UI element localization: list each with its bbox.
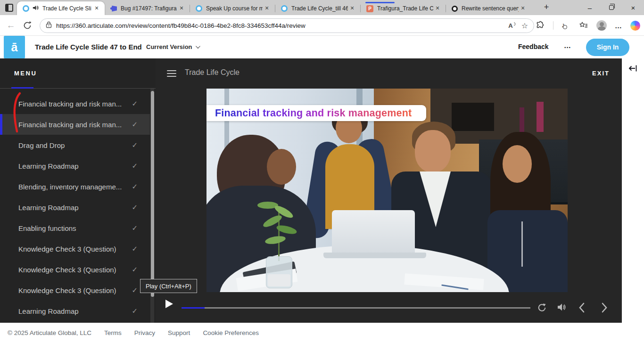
header-more-icon[interactable]: … xyxy=(564,41,571,49)
menu-item[interactable]: Learning Roadmap✓ xyxy=(0,197,150,218)
back-button[interactable]: ← xyxy=(5,19,17,32)
url-text[interactable]: https://360.articulate.com/review/conten… xyxy=(56,22,508,29)
collections-icon[interactable] xyxy=(579,21,588,30)
favorite-star-icon[interactable]: ☆ xyxy=(521,21,528,30)
footer-link-support[interactable]: Support xyxy=(168,329,190,336)
tab-activity-icon[interactable] xyxy=(5,4,13,12)
player-title: Trade Life Cycle xyxy=(185,68,239,77)
tab-trade-life-cycle[interactable]: Trade Life Cycle Sli × xyxy=(17,1,105,15)
tab-trade-life-cycle-till-46[interactable]: Trade Life Cycle_till 46 × xyxy=(275,2,360,15)
seek-bar[interactable] xyxy=(182,307,530,309)
menu-heading: MENU xyxy=(14,70,37,77)
completed-check-icon: ✓ xyxy=(132,265,138,274)
tab-audio-playing-icon[interactable] xyxy=(33,4,39,13)
tab-label: Trade Life Cycle Sli xyxy=(42,5,92,12)
toolbar-right-icons: ♪ … xyxy=(536,19,640,32)
play-tooltip: Play (Ctrl+Alt+P) xyxy=(140,279,197,293)
browser-titlebar: Trade Life Cycle Sli × Bug #17497: Trafi… xyxy=(0,0,644,15)
settings-more-icon[interactable]: … xyxy=(615,22,622,30)
profile-avatar[interactable] xyxy=(596,20,607,31)
next-slide-button[interactable] xyxy=(601,302,611,313)
previous-slide-button[interactable] xyxy=(578,302,588,313)
articulate-logo[interactable]: ā xyxy=(4,36,25,58)
tab-close-icon[interactable]: × xyxy=(263,4,271,13)
seek-bar-progress xyxy=(182,307,205,309)
footer-link-cookie-preferences[interactable]: Cookie Preferences xyxy=(203,329,259,336)
expand-panel-icon[interactable] xyxy=(627,63,638,75)
copilot-icon[interactable] xyxy=(630,21,640,31)
lock-icon[interactable] xyxy=(46,21,52,30)
tab-trafigura-ppt[interactable]: P Trafigura_Trade Life Cy × xyxy=(361,2,446,15)
footer-link-privacy[interactable]: Privacy xyxy=(134,329,155,336)
completed-check-icon: ✓ xyxy=(132,162,138,170)
address-bar[interactable]: https://360.articulate.com/review/conten… xyxy=(40,18,534,33)
slide-image[interactable]: Financial tracking and risk management xyxy=(206,89,568,292)
review360-favicon xyxy=(281,5,288,12)
tab-close-icon[interactable]: × xyxy=(519,4,527,13)
photo-person1-face xyxy=(267,149,296,185)
menu-item[interactable]: Enabling functions✓ xyxy=(0,218,150,238)
minimize-button[interactable]: – xyxy=(579,0,601,15)
tab-label: Bug #17497: Trafigura | xyxy=(121,5,177,12)
sign-in-button[interactable]: Sign In xyxy=(586,39,629,56)
volume-button[interactable] xyxy=(556,302,567,313)
menu-item[interactable]: Learning Roadmap✓ xyxy=(0,155,150,176)
menu-item[interactable]: Knowledge Check 3 (Question)✓ xyxy=(0,259,150,280)
play-button[interactable] xyxy=(165,300,173,308)
photo-laptop-base xyxy=(323,253,426,258)
photo-person3-face xyxy=(415,130,451,172)
extensions-icon[interactable] xyxy=(536,21,545,30)
menu-item[interactable]: Learning Roadmap✓ xyxy=(0,301,150,321)
menu-item-label: Financial tracking and risk man... xyxy=(18,100,128,108)
tab-speak-up-course[interactable]: Speak Up course for m × xyxy=(190,2,275,15)
tab-bug-17497[interactable]: Bug #17497: Trafigura | × xyxy=(105,2,190,15)
menu-item-label: Enabling functions xyxy=(18,224,128,232)
completed-check-icon: ✓ xyxy=(132,99,138,108)
player-stage: Trade Life Cycle EXIT xyxy=(156,58,622,323)
menu-item[interactable]: Drag and Drop✓ xyxy=(0,135,150,155)
close-button[interactable]: × xyxy=(622,0,644,15)
menu-item-label: Learning Roadmap xyxy=(18,204,128,212)
page-footer: © 2025 Articulate Global, LLC Terms Priv… xyxy=(0,323,644,343)
restore-button[interactable] xyxy=(601,0,622,15)
tab-rewrite-sentence[interactable]: Rewrite sentence query × xyxy=(446,2,531,15)
photo-person4-lanyard xyxy=(521,221,523,267)
course-title: Trade Life Cycle Slide 47 to End xyxy=(35,43,142,51)
completed-check-icon: ✓ xyxy=(132,307,138,315)
menu-item-label: Learning Roadmap xyxy=(18,307,128,315)
photo-plant xyxy=(257,202,305,263)
restore-icon xyxy=(609,5,614,10)
tab-close-icon[interactable]: × xyxy=(348,4,356,13)
refresh-button[interactable] xyxy=(22,20,33,31)
tab-close-icon[interactable]: × xyxy=(433,4,442,13)
menu-item-label: Knowledge Check 3 (Question) xyxy=(18,266,128,274)
completed-check-icon: ✓ xyxy=(132,120,138,129)
tab-close-icon[interactable]: × xyxy=(177,4,186,13)
menu-item[interactable]: Knowledge Check 3 (Question)✓ xyxy=(0,280,150,301)
menu-item-label: Blending, inventory manageme... xyxy=(18,183,128,191)
exit-button[interactable]: EXIT xyxy=(592,70,610,77)
annotation-red-stroke xyxy=(12,91,25,135)
tab-loading-indicator xyxy=(365,2,395,3)
menu-item[interactable]: Knowledge Check 3 (Question)✓ xyxy=(0,238,150,259)
tab-strip: Trade Life Cycle Sli × Bug #17497: Trafi… xyxy=(17,0,531,15)
review360-favicon xyxy=(196,5,202,12)
version-dropdown[interactable]: Current Version xyxy=(146,43,199,50)
media-playing-icon[interactable]: ♪ xyxy=(561,21,571,30)
tab-close-icon[interactable]: × xyxy=(92,4,101,13)
new-tab-button[interactable]: + xyxy=(540,2,553,13)
photo-glass-jar xyxy=(266,256,292,288)
feedback-button[interactable]: Feedback xyxy=(518,43,549,50)
footer-link-terms[interactable]: Terms xyxy=(104,329,122,336)
music-note-icon: ♪ xyxy=(561,21,565,29)
menu-item[interactable]: Blending, inventory manageme...✓ xyxy=(0,176,150,197)
review360-favicon xyxy=(23,5,29,12)
read-aloud-icon[interactable]: A xyxy=(508,22,512,29)
menu-toggle-icon[interactable] xyxy=(167,70,176,77)
window-controls: – × xyxy=(579,0,644,15)
powerpoint-favicon: P xyxy=(366,5,373,12)
azure-devops-favicon xyxy=(110,6,117,12)
completed-check-icon: ✓ xyxy=(132,141,138,149)
sidebar-scrollbar-thumb[interactable] xyxy=(151,91,154,297)
replay-button[interactable] xyxy=(537,302,548,313)
